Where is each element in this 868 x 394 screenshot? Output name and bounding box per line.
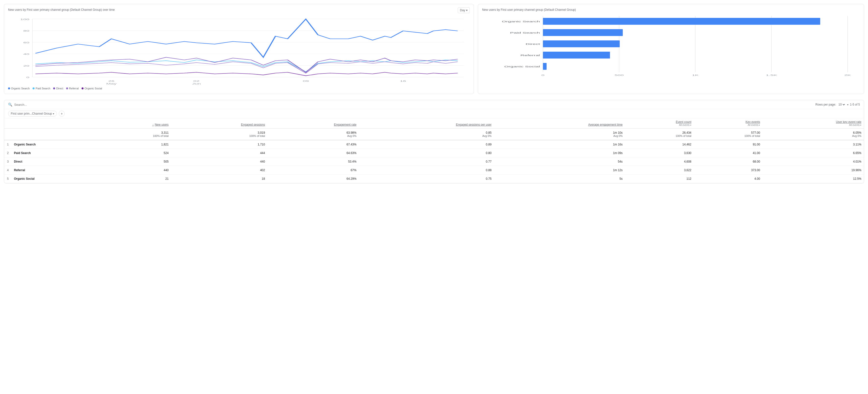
chevron-down-icon: ▾	[466, 8, 468, 12]
event-count-col-header: Event count All events ▾	[625, 118, 694, 129]
new-users-cell: 505	[100, 158, 171, 166]
chart-legend: Organic Search Paid Search Direct Referr…	[8, 87, 470, 90]
dimension-filter-chip[interactable]: First user prim...Channel Group ▾	[8, 111, 57, 117]
engaged-sessions-cell: 18	[171, 174, 268, 183]
legend-organic-search: Organic Search	[8, 87, 30, 90]
chevron-down-icon[interactable]: ▾	[759, 124, 760, 126]
engagement-rate-cell: 64.29%	[268, 174, 359, 183]
legend-referral: Referral	[66, 87, 79, 90]
add-dimension-button[interactable]: +	[59, 111, 65, 117]
engagement-rate-cell: 64.63%	[268, 149, 359, 158]
svg-text:16: 16	[400, 79, 406, 82]
engaged-sessions-cell: 402	[171, 166, 268, 174]
engaged-sessions-cell: 440	[171, 158, 268, 166]
svg-text:0: 0	[541, 74, 545, 76]
key-events-cell: 68.00	[694, 158, 763, 166]
svg-rect-34	[543, 18, 820, 25]
dimension-label: First user prim...Channel Group	[11, 112, 52, 115]
totals-engaged-sessions: 3,019 100% of total	[171, 129, 268, 140]
engaged-sessions-cell: 1,710	[171, 140, 268, 149]
legend-organic-social: Organic Social	[82, 87, 102, 90]
svg-text:2K: 2K	[844, 74, 851, 76]
new-users-cell: 524	[100, 149, 171, 158]
totals-engagement-rate: 63.98% Avg 0%	[268, 129, 359, 140]
svg-text:0: 0	[26, 76, 29, 78]
data-table: ↓New users Engaged sessions Engagement r…	[4, 118, 864, 183]
totals-dimension-cell	[4, 129, 100, 140]
svg-text:Organic Social: Organic Social	[504, 65, 540, 68]
new-users-col-header: ↓New users	[100, 118, 171, 129]
engagement-rate-cell: 67.43%	[268, 140, 359, 149]
svg-text:Referral: Referral	[521, 54, 540, 57]
svg-text:20: 20	[23, 64, 29, 67]
key-events-cell: 4.00	[694, 174, 763, 183]
rows-per-page-select[interactable]: 10 25 50	[837, 103, 846, 106]
table-row: 2 Paid Search 524 444 64.63% 0.80 1m 09s…	[4, 149, 864, 158]
key-events-cell: 91.00	[694, 140, 763, 149]
bar-chart: Organic Search Paid Search Direct Referr…	[482, 13, 860, 82]
chevron-down-icon: ▾	[847, 103, 848, 106]
dimension-cell: Paid Search	[11, 149, 100, 158]
rows-per-page-label: Rows per page:	[815, 103, 836, 106]
line-chart: 0 20 40 60 80 100 26 May 02 Jun 09 16	[8, 17, 470, 85]
svg-text:1K: 1K	[692, 74, 699, 76]
table-row: 1 Organic Search 1,821 1,710 67.43% 0.89…	[4, 140, 864, 149]
table-row: 4 Referral 440 402 67% 0.88 1m 12s 3,622…	[4, 166, 864, 174]
event-count-cell: 14,462	[625, 140, 694, 149]
table-row: 3 Direct 505 440 53.4% 0.77 54s 4,608 68…	[4, 158, 864, 166]
engaged-per-user-cell: 0.75	[359, 174, 494, 183]
new-users-cell: 1,821	[100, 140, 171, 149]
rank-cell: 3	[4, 158, 11, 166]
svg-text:Direct: Direct	[526, 43, 540, 45]
engaged-sessions-col-header: Engaged sessions	[171, 118, 268, 129]
svg-text:09: 09	[303, 79, 309, 82]
new-users-cell: 440	[100, 166, 171, 174]
dimension-cell: Organic Social	[11, 174, 100, 183]
svg-rect-37	[543, 52, 610, 59]
svg-rect-35	[543, 29, 623, 36]
chevron-down-icon[interactable]: ▾	[690, 124, 691, 126]
rank-cell: 4	[4, 166, 11, 174]
data-table-section: 🔍 Rows per page: 10 25 50 ▾ 1-5 of 5 Fir…	[4, 100, 864, 184]
new-users-cell: 21	[100, 174, 171, 183]
table-row: 5 Organic Social 21 18 64.29% 0.75 5s 11…	[4, 174, 864, 183]
svg-text:Paid Search: Paid Search	[510, 32, 540, 34]
svg-rect-36	[543, 40, 620, 47]
user-key-event-rate-col-header: User key event rate All events ▾	[763, 118, 864, 129]
left-chart-title: New users by First user primary channel …	[8, 8, 115, 11]
svg-text:500: 500	[615, 74, 624, 76]
search-input[interactable]	[14, 103, 813, 106]
filter-row: First user prim...Channel Group ▾ +	[4, 109, 864, 118]
event-count-cell: 4,608	[625, 158, 694, 166]
svg-text:02: 02	[193, 79, 199, 82]
svg-text:Jun: Jun	[192, 82, 201, 85]
totals-row: 3,311 100% of total 3,019 100% of total …	[4, 129, 864, 140]
dimension-cell: Organic Search	[11, 140, 100, 149]
day-selector[interactable]: Day ▾	[458, 7, 470, 13]
totals-engaged-per-user: 0.85 Avg 0%	[359, 129, 494, 140]
avg-engagement-cell: 1m 16s	[494, 140, 625, 149]
legend-direct: Direct	[53, 87, 63, 90]
key-events-col-header: Key events All events ▾	[694, 118, 763, 129]
totals-avg-engagement: 1m 10s Avg 0%	[494, 129, 625, 140]
event-count-cell: 3,630	[625, 149, 694, 158]
totals-new-users: 3,311 100% of total	[100, 129, 171, 140]
event-count-cell: 112	[625, 174, 694, 183]
legend-paid-search: Paid Search	[33, 87, 50, 90]
right-chart-title: New users by First user primary channel …	[482, 8, 860, 11]
engaged-per-user-cell: 0.80	[359, 149, 494, 158]
engagement-rate-cell: 67%	[268, 166, 359, 174]
dimension-cell: Referral	[11, 166, 100, 174]
rank-cell: 2	[4, 149, 11, 158]
engaged-per-user-cell: 0.89	[359, 140, 494, 149]
totals-event-count: 26,434 100% of total	[625, 129, 694, 140]
dimension-cell: Direct	[11, 158, 100, 166]
svg-text:1.5K: 1.5K	[766, 74, 777, 76]
rank-cell: 5	[4, 174, 11, 183]
rank-cell: 1	[4, 140, 11, 149]
pagination-info: 1-5 of 5	[850, 103, 860, 106]
chevron-down-icon[interactable]: ▾	[860, 124, 861, 126]
engaged-per-user-cell: 0.88	[359, 166, 494, 174]
user-key-event-rate-cell: 12.5%	[763, 174, 864, 183]
svg-rect-38	[543, 63, 547, 70]
